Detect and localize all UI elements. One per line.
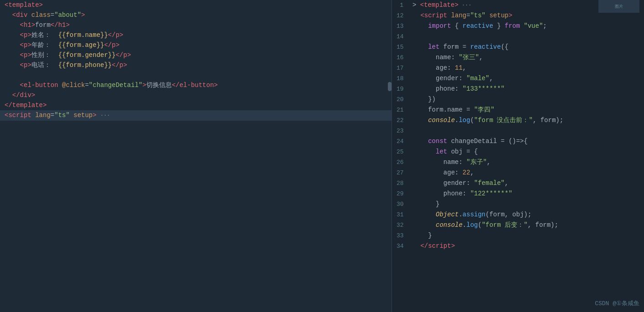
code-line: <p>姓名： {{form.name}}</p> <box>0 30 392 40</box>
code-line-active: <script lang="ts" setup> ··· <box>0 110 392 121</box>
right-code-area: 1 > <template> ··· 12 <script lang="ts" … <box>392 0 644 312</box>
editor-container: <template> <div class="about"> <h1>form<… <box>0 0 644 312</box>
code-line: 28 gender: "female", <box>392 178 644 189</box>
code-line: 24 const changeDetail = ()=>{ <box>392 136 644 147</box>
code-line: <div class="about"> <box>0 10 392 20</box>
code-line: 31 Object.assign(form, obj); <box>392 210 644 220</box>
code-line: 32 console.log("form 后变：", form); <box>392 220 644 230</box>
code-line: <p>电话： {{form.phone}}</p> <box>0 60 392 70</box>
watermark-image: 图片 <box>598 0 639 13</box>
code-line: <template> <box>0 0 392 10</box>
code-line: 23 <box>392 126 644 136</box>
code-line: 16 name: "张三", <box>392 52 644 63</box>
code-line: <el-button @click="changeDetail">切换信息</e… <box>0 80 392 90</box>
right-panel: 图片 1 > <template> ··· 12 <script lang="t… <box>392 0 644 312</box>
code-line: 29 phone: "122******" <box>392 189 644 199</box>
code-line: 18 gender: "male", <box>392 73 644 84</box>
code-line: 30 } <box>392 199 644 210</box>
code-line: 26 name: "东子", <box>392 157 644 168</box>
code-line: </template> <box>0 100 392 110</box>
code-line: 14 <box>392 31 644 42</box>
code-line: 27 age: 22, <box>392 168 644 178</box>
code-line: 21 form.name = "李四" <box>392 105 644 115</box>
scrollbar[interactable] <box>388 82 392 91</box>
code-line: 34 </script> <box>392 241 644 251</box>
left-code-area: <template> <div class="about"> <h1>form<… <box>0 0 392 312</box>
code-line: </div> <box>0 90 392 100</box>
code-line: 20 }) <box>392 94 644 105</box>
code-line: <p>性别： {{form.gender}}</p> <box>0 50 392 60</box>
code-line: 25 let obj = { <box>392 147 644 157</box>
code-line: 13 import { reactive } from "vue"; <box>392 21 644 31</box>
code-line: 19 phone: "133******" <box>392 84 644 94</box>
code-line: <p>年龄： {{form.age}}</p> <box>0 40 392 50</box>
left-panel: <template> <div class="about"> <h1>form<… <box>0 0 392 312</box>
code-line: 15 let form = reactive({ <box>392 42 644 52</box>
code-line: <h1>form</h1> <box>0 20 392 30</box>
code-line <box>0 70 392 80</box>
csdn-watermark: CSDN @①条咸鱼 <box>595 299 639 307</box>
code-line: 33 } <box>392 230 644 241</box>
code-line: 17 age: 11, <box>392 63 644 73</box>
code-line: 22 console.log("form 没点击前：", form); <box>392 115 644 126</box>
